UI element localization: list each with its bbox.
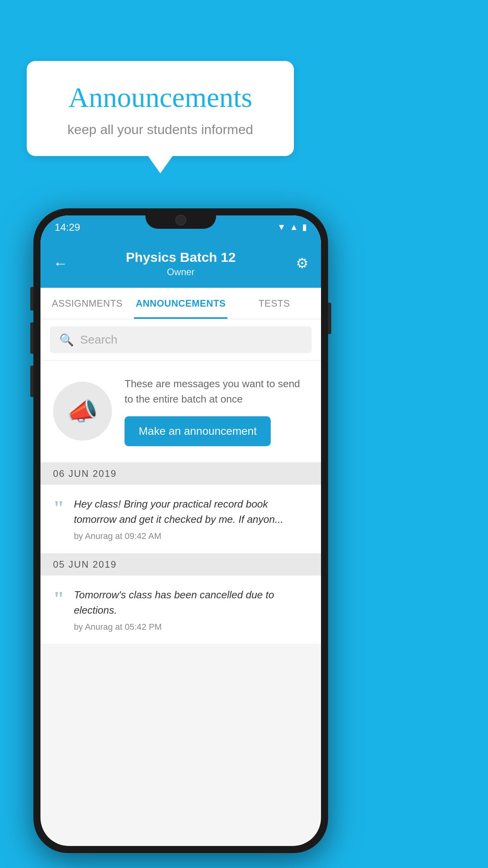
battery-icon: ▮ [302, 222, 307, 232]
date-separator-2: 05 JUN 2019 [40, 554, 321, 576]
app-header: ← Physics Batch 12 Owner ⚙ [40, 239, 321, 288]
megaphone-icon: 📣 [67, 397, 98, 426]
announcement-item-2[interactable]: " Tomorrow's class has been cancelled du… [40, 576, 321, 644]
date-separator-1: 06 JUN 2019 [40, 463, 321, 485]
search-placeholder: Search [80, 333, 117, 346]
phone-screen: 14:29 ▼ ▲ ▮ ← Physics Batch 12 Owner ⚙ [40, 215, 321, 846]
header-subtitle: Owner [77, 267, 285, 278]
power-button [328, 303, 331, 334]
tab-tests[interactable]: TESTS [227, 288, 321, 319]
settings-icon[interactable]: ⚙ [285, 255, 308, 272]
quote-icon-2: " [53, 589, 64, 609]
volume-up-button [30, 322, 33, 354]
phone-frame: 14:29 ▼ ▲ ▮ ← Physics Batch 12 Owner ⚙ [33, 208, 328, 853]
announcement-content-2: Tomorrow's class has been cancelled due … [74, 587, 308, 632]
announcement-author-1: by Anurag at 09:42 AM [74, 531, 308, 541]
make-announcement-button[interactable]: Make an announcement [125, 416, 271, 446]
header-title-block: Physics Batch 12 Owner [77, 250, 285, 278]
speech-bubble-title: Announcements [50, 81, 270, 114]
header-title: Physics Batch 12 [77, 250, 285, 265]
cta-description: These are messages you want to send to t… [125, 376, 308, 407]
tabs-bar: ASSIGNMENTS ANNOUNCEMENTS TESTS [40, 288, 321, 319]
announcement-cta-section: 📣 These are messages you want to send to… [40, 360, 321, 463]
search-icon: 🔍 [59, 333, 74, 347]
phone-device: 14:29 ▼ ▲ ▮ ← Physics Batch 12 Owner ⚙ [33, 208, 328, 853]
screen-content: 14:29 ▼ ▲ ▮ ← Physics Batch 12 Owner ⚙ [40, 215, 321, 846]
status-icons: ▼ ▲ ▮ [277, 222, 307, 232]
announcement-icon-circle: 📣 [53, 382, 112, 441]
announcement-author-2: by Anurag at 05:42 PM [74, 622, 308, 632]
volume-mute-button [30, 287, 33, 311]
announcement-text-1: Hey class! Bring your practical record b… [74, 497, 308, 527]
search-bar[interactable]: 🔍 Search [50, 326, 312, 353]
speech-bubble-subtitle: keep all your students informed [50, 122, 270, 137]
speech-bubble-card: Announcements keep all your students inf… [27, 61, 294, 156]
quote-icon-1: " [53, 498, 64, 519]
tab-announcements[interactable]: ANNOUNCEMENTS [134, 288, 227, 319]
cta-right: These are messages you want to send to t… [125, 376, 308, 446]
phone-notch [145, 208, 216, 229]
front-camera [175, 215, 186, 226]
announcement-text-2: Tomorrow's class has been cancelled due … [74, 587, 308, 618]
search-bar-container: 🔍 Search [40, 319, 321, 360]
tab-assignments[interactable]: ASSIGNMENTS [40, 288, 134, 319]
wifi-icon: ▼ [277, 222, 286, 232]
announcement-item-1[interactable]: " Hey class! Bring your practical record… [40, 485, 321, 554]
signal-icon: ▲ [290, 222, 298, 232]
announcement-content-1: Hey class! Bring your practical record b… [74, 497, 308, 541]
speech-bubble: Announcements keep all your students inf… [27, 61, 294, 156]
volume-down-button [30, 366, 33, 397]
status-time: 14:29 [55, 221, 80, 234]
back-button[interactable]: ← [53, 255, 77, 272]
